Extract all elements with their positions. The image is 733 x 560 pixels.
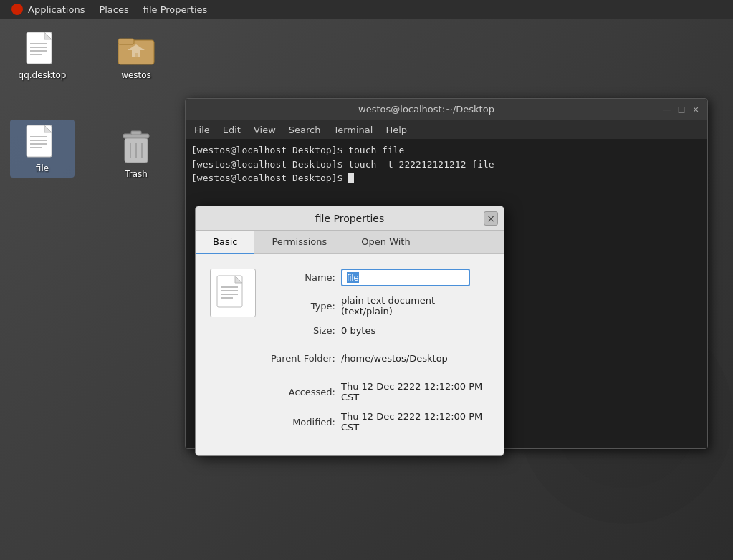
westos-label: westos (121, 70, 151, 80)
terminal-menu-view[interactable]: View (248, 123, 282, 137)
parent-folder-label: Parent Folder: (267, 353, 335, 364)
applications-menu[interactable]: Applications (4, 2, 92, 16)
terminal-menu-search[interactable]: Search (283, 123, 327, 137)
tab-open-with-label: Open With (361, 236, 410, 247)
qq-desktop-label: qq.desktop (19, 70, 67, 80)
places-label: Places (99, 4, 128, 15)
size-field-row: Size: 0 bytes (267, 325, 489, 336)
terminal-line-2: [westos@localhost Desktop]$ touch -t 222… (191, 158, 701, 172)
trash-icon-label: Trash (125, 169, 148, 179)
file-props-close-button[interactable]: × (484, 211, 498, 226)
file-properties-dialog: file Properties × Basic Permissions Open… (195, 206, 504, 456)
svg-rect-11 (135, 53, 138, 57)
top-menubar: Applications Places file Properties (0, 0, 733, 19)
terminal-close-button[interactable]: × (690, 104, 701, 115)
terminal-menu-file[interactable]: File (188, 123, 216, 137)
trash-svg (120, 130, 152, 167)
file-preview-icon (210, 269, 256, 317)
desktop-icon-trash[interactable]: Trash (104, 125, 168, 183)
modified-label: Modified: (267, 417, 335, 428)
westos-icon-img (118, 31, 155, 68)
qq-file-svg (25, 31, 59, 68)
file-icon-img (24, 124, 61, 161)
modified-value: Thu 12 Dec 2222 12:12:00 PM CST (341, 411, 489, 433)
desktop: qq.desktop westos (0, 19, 733, 560)
file-props-titlebar: file Properties × (196, 206, 504, 231)
gap1 (267, 344, 489, 353)
fileprop-label: file Properties (143, 4, 208, 15)
tab-basic-label: Basic (213, 236, 237, 247)
type-field-row: Type: plain text document (text/plain) (267, 295, 489, 317)
name-label: Name: (267, 272, 335, 283)
tab-permissions[interactable]: Permissions (254, 231, 344, 254)
trash-icon-img (118, 130, 155, 167)
preview-file-svg (216, 274, 250, 312)
desktop-icon-westos[interactable]: westos (104, 26, 168, 85)
terminal-cursor (348, 173, 354, 183)
terminal-line-3: [westos@localhost Desktop]$ (191, 171, 701, 185)
svg-rect-20 (131, 131, 141, 135)
desktop-icon-file[interactable]: file (10, 120, 75, 178)
type-value: plain text document (text/plain) (341, 295, 489, 317)
app-logo (11, 4, 23, 15)
name-field-row: Name: (267, 269, 489, 286)
tab-open-with[interactable]: Open With (344, 231, 427, 254)
terminal-maximize-button[interactable]: □ (676, 104, 687, 115)
terminal-menu-help[interactable]: Help (380, 123, 413, 137)
terminal-line-1: [westos@localhost Desktop]$ touch file (191, 143, 701, 158)
fileprop-menu[interactable]: file Properties (136, 3, 215, 16)
type-label: Type: (267, 301, 335, 312)
modified-field-row: Modified: Thu 12 Dec 2222 12:12:00 PM CS… (267, 411, 489, 433)
accessed-field-row: Accessed: Thu 12 Dec 2222 12:12:00 PM CS… (267, 381, 489, 402)
parent-folder-field-row: Parent Folder: /home/westos/Desktop (267, 353, 489, 364)
tabs-container: Basic Permissions Open With (196, 231, 504, 254)
file-details: Name: Type: plain text document (text/pl… (267, 269, 489, 441)
terminal-menu-terminal[interactable]: Terminal (327, 123, 378, 137)
applications-label: Applications (28, 4, 85, 15)
desktop-icon-qq[interactable]: qq.desktop (10, 26, 75, 85)
terminal-menubar: File Edit View Search Terminal Help (186, 120, 707, 139)
tab-content: Name: Type: plain text document (text/pl… (196, 254, 504, 455)
places-menu[interactable]: Places (92, 3, 135, 16)
size-value: 0 bytes (341, 325, 375, 336)
tab-basic[interactable]: Basic (196, 231, 254, 254)
terminal-menu-edit[interactable]: Edit (217, 123, 246, 137)
tab-permissions-label: Permissions (272, 236, 327, 247)
close-icon: × (487, 213, 495, 224)
terminal-minimize-button[interactable]: ─ (661, 104, 673, 115)
file-icon-label: file (36, 163, 49, 173)
svg-rect-8 (118, 39, 134, 44)
size-label: Size: (267, 325, 335, 336)
parent-folder-value: /home/westos/Desktop (341, 353, 448, 364)
name-input[interactable] (341, 269, 470, 286)
accessed-value: Thu 12 Dec 2222 12:12:00 PM CST (341, 381, 489, 402)
gap2 (267, 372, 489, 381)
file-props-title: file Properties (315, 213, 385, 224)
westos-folder-svg (118, 33, 155, 66)
accessed-label: Accessed: (267, 387, 335, 397)
terminal-window-buttons: ─ □ × (661, 104, 701, 115)
terminal-titlebar: westos@localhost:~/Desktop ─ □ × (186, 99, 707, 120)
terminal-title: westos@localhost:~/Desktop (191, 104, 661, 115)
qq-desktop-icon-img (24, 31, 61, 68)
file-svg (25, 124, 59, 161)
basic-tab-content: Name: Type: plain text document (text/pl… (210, 269, 489, 441)
